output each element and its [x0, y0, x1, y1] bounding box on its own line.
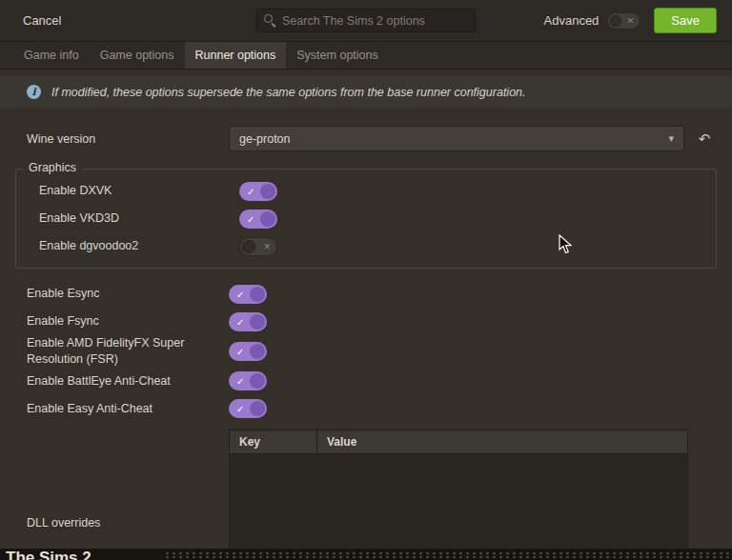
- graphics-group-title: Graphics: [24, 161, 81, 174]
- dll-overrides-row: DLL overrides Key Value: [0, 430, 732, 554]
- check-icon: ✓: [236, 289, 244, 299]
- dll-table-header: Key Value: [230, 430, 687, 454]
- toggle-knob: [250, 373, 265, 389]
- option-row: Enable DXVK✓: [16, 177, 716, 205]
- cancel-button[interactable]: Cancel: [23, 13, 61, 28]
- toggle-knob: [260, 184, 275, 199]
- tab-runner-options[interactable]: Runner options: [185, 42, 287, 69]
- runner-option-rows: Enable Esync✓Enable Fsync✓Enable AMD Fid…: [0, 280, 732, 423]
- option-label: Enable Esync: [27, 286, 229, 302]
- check-icon: ✓: [236, 376, 244, 387]
- background-texture: [164, 551, 732, 559]
- search-icon: [264, 14, 273, 23]
- toggle-knob: [260, 211, 275, 227]
- toggle-switch[interactable]: ✓: [229, 312, 267, 331]
- save-button[interactable]: Save: [654, 8, 717, 33]
- toggle-switch[interactable]: ✓: [229, 285, 267, 304]
- background-window-strip: The Sims 2: [0, 549, 732, 560]
- dll-column-value: Value: [317, 435, 687, 449]
- advanced-group: Advanced ✕: [544, 12, 641, 30]
- option-row: Enable VKD3D✓: [16, 205, 716, 232]
- toggle-switch[interactable]: ✕: [239, 237, 277, 256]
- tab-bar: Game info Game options Runner options Sy…: [0, 42, 732, 70]
- toggle-knob: [250, 401, 265, 416]
- option-row: Enable Esync✓: [0, 280, 732, 308]
- check-icon: ✓: [236, 346, 244, 356]
- option-label: Enable DXVK: [39, 183, 239, 199]
- toggle-knob: [250, 287, 265, 302]
- reset-button[interactable]: ↶: [692, 130, 717, 148]
- chevron-down-icon: ▾: [668, 132, 674, 145]
- option-label: Enable BattlEye Anti-Cheat: [27, 373, 229, 390]
- runner-options-dialog: Cancel Advanced ✕ Save Game info Game op…: [0, 0, 732, 560]
- option-row: Enable AMD FidelityFX Super Resolution (…: [0, 335, 732, 368]
- toggle-knob: [610, 15, 621, 27]
- toggle-knob: [250, 344, 265, 359]
- x-icon: ✕: [263, 242, 271, 251]
- check-icon: ✓: [236, 316, 244, 327]
- check-icon: ✓: [247, 186, 254, 196]
- option-row: Enable Easy Anti-Cheat✓: [0, 395, 732, 423]
- toggle-switch[interactable]: ✓: [229, 342, 267, 361]
- option-row: Enable Fsync✓: [0, 308, 732, 335]
- search-box: [256, 9, 476, 32]
- dll-table-body[interactable]: [230, 454, 687, 553]
- check-icon: ✓: [236, 404, 244, 414]
- tab-game-info[interactable]: Game info: [13, 42, 90, 69]
- advanced-toggle[interactable]: ✕: [607, 12, 640, 30]
- option-label: Enable AMD FidelityFX Super Resolution (…: [27, 335, 229, 368]
- info-icon: i: [27, 85, 41, 99]
- info-banner: i If modified, these options supersede t…: [0, 76, 732, 108]
- dll-column-key: Key: [230, 430, 317, 453]
- tab-system-options[interactable]: System options: [286, 42, 388, 69]
- info-banner-text: If modified, these options supersede the…: [51, 86, 526, 99]
- toggle-switch[interactable]: ✓: [239, 210, 277, 229]
- wine-version-row: Wine version ge-proton ▾ ↶: [27, 126, 717, 151]
- graphics-group: Graphics Enable DXVK✓Enable VKD3D✓Enable…: [15, 169, 717, 269]
- header-bar: Cancel Advanced ✕ Save: [0, 0, 732, 42]
- option-label: Enable VKD3D: [39, 210, 239, 227]
- toggle-knob: [242, 240, 255, 253]
- wine-version-value: ge-proton: [239, 132, 291, 146]
- option-row: Enable dgvoodoo2✕: [16, 232, 716, 260]
- option-row: Enable BattlEye Anti-Cheat✓: [0, 368, 732, 395]
- background-window-title: The Sims 2: [6, 549, 92, 560]
- wine-version-label: Wine version: [27, 132, 229, 146]
- graphics-rows: Enable DXVK✓Enable VKD3D✓Enable dgvoodoo…: [16, 177, 716, 260]
- toggle-switch[interactable]: ✓: [239, 182, 277, 201]
- wine-version-dropdown[interactable]: ge-proton ▾: [229, 126, 684, 151]
- advanced-label: Advanced: [544, 13, 600, 28]
- dll-overrides-table[interactable]: Key Value: [229, 430, 688, 554]
- search-input[interactable]: [256, 9, 476, 32]
- x-icon: ✕: [627, 16, 635, 26]
- check-icon: ✓: [247, 213, 254, 224]
- option-label: Enable Easy Anti-Cheat: [27, 401, 229, 417]
- option-label: Enable Fsync: [27, 313, 229, 330]
- tab-game-options[interactable]: Game options: [90, 42, 185, 69]
- toggle-knob: [250, 314, 265, 330]
- option-label: Enable dgvoodoo2: [39, 238, 239, 254]
- toggle-switch[interactable]: ✓: [229, 371, 267, 390]
- toggle-switch[interactable]: ✓: [229, 399, 267, 418]
